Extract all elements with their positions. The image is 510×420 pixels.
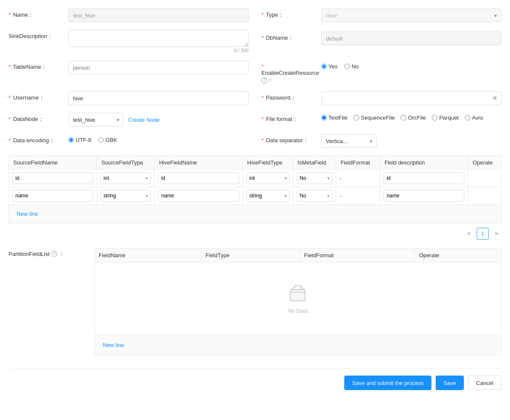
data-separator-select[interactable]: Vertica... Comma , Tab \t Space xyxy=(321,134,377,148)
pagination: < 1 > xyxy=(9,228,501,240)
footer: Save and submit the process Save Cancel xyxy=(9,368,501,390)
name-label: * Name： xyxy=(9,9,68,19)
field-description-input-2[interactable] xyxy=(384,190,464,202)
source-field-type-select-1[interactable]: intstring xyxy=(100,172,151,184)
encoding-utf8-radio[interactable] xyxy=(68,137,74,143)
col-hive-field-name: HiveFieldName xyxy=(155,156,243,170)
file-format-label: * File format： xyxy=(261,113,321,123)
file-format-textfile-label[interactable]: TextFile xyxy=(321,115,348,121)
new-line-row: New line xyxy=(9,205,501,223)
enable-no-radio-label[interactable]: No xyxy=(344,63,359,70)
no-data-icon xyxy=(287,283,308,304)
partition-table: FieldName FieldType FieldFormat Operate xyxy=(94,248,501,355)
dbname-input[interactable] xyxy=(321,32,501,45)
cancel-button[interactable]: Cancel xyxy=(468,376,501,390)
hive-field-type-select-wrap-1[interactable]: intstring xyxy=(246,172,290,184)
eye-icon[interactable]: 👁 xyxy=(492,95,498,102)
char-count: 0 / 300 xyxy=(68,48,249,53)
hive-field-name-input-1[interactable] xyxy=(158,172,239,184)
enable-create-help-icon: ? xyxy=(261,77,267,83)
name-input[interactable] xyxy=(68,9,249,22)
datanode-row: test_hive Create Node xyxy=(68,113,160,126)
enable-no-radio[interactable] xyxy=(344,64,350,69)
tablename-input[interactable] xyxy=(68,61,249,74)
file-format-radio-group: TextFile SequenceFile OrcFile Parquet xyxy=(321,113,483,121)
file-format-avro-label[interactable]: Avro xyxy=(465,115,484,121)
partition-label: PartitionFieldList xyxy=(9,251,50,257)
username-input[interactable] xyxy=(68,91,249,105)
field-format-1: - xyxy=(336,170,380,187)
file-format-orcfile-radio[interactable] xyxy=(401,115,406,120)
save-button[interactable]: Save xyxy=(436,376,464,390)
username-label: * Username： xyxy=(9,91,68,102)
file-format-textfile-radio[interactable] xyxy=(321,115,327,120)
is-meta-field-select-wrap-1[interactable]: NoYes xyxy=(297,172,333,184)
col-field-description: Field description xyxy=(380,156,468,170)
type-select[interactable]: Hive xyxy=(321,9,501,22)
svg-rect-1 xyxy=(294,285,301,290)
encoding-utf8-label[interactable]: UTF-8 xyxy=(68,137,91,143)
source-field-type-select-2[interactable]: stringint xyxy=(100,190,151,202)
operate-1 xyxy=(468,170,501,187)
no-data-text: No Data xyxy=(287,308,308,314)
datanode-label: * DataNode： xyxy=(9,113,68,123)
sink-description-label: SinkDescription： xyxy=(9,30,68,40)
table-row: intstring intstring NoYes - xyxy=(9,170,501,187)
data-encoding-radio-group: UTF-8 GBK xyxy=(68,134,117,143)
hive-field-type-select-2[interactable]: stringint xyxy=(246,190,290,202)
col-operate: Operate xyxy=(468,156,501,170)
file-format-avro-radio[interactable] xyxy=(465,115,470,120)
page-1-btn[interactable]: 1 xyxy=(477,228,489,240)
prev-page-btn[interactable]: < xyxy=(464,229,474,239)
file-format-seqfile-label[interactable]: SequenceFile xyxy=(354,115,395,121)
is-meta-field-select-wrap-2[interactable]: NoYes xyxy=(297,190,333,202)
no-data-row: No Data xyxy=(94,262,501,335)
type-select-wrapper[interactable]: Hive xyxy=(321,9,501,22)
field-description-input-1[interactable] xyxy=(384,172,464,184)
partition-new-line-row: New line xyxy=(94,335,501,355)
hive-field-type-select-1[interactable]: intstring xyxy=(246,172,290,184)
password-input[interactable] xyxy=(321,91,501,105)
partition-col-fieldformat: FieldFormat xyxy=(299,249,414,262)
hive-field-type-select-wrap-2[interactable]: stringint xyxy=(246,190,290,202)
tablename-label: * TableName： xyxy=(9,61,68,71)
type-label: * Type： xyxy=(261,9,321,19)
is-meta-field-select-2[interactable]: NoYes xyxy=(297,190,333,202)
data-encoding-label: * Data encoding： xyxy=(9,134,68,144)
enable-create-label: * EnableCreateResource ?： xyxy=(261,61,321,84)
file-format-orcfile-label[interactable]: OrcFile xyxy=(401,115,426,121)
partition-col-fieldname: FieldName xyxy=(94,249,201,262)
source-field-name-input-2[interactable] xyxy=(12,190,93,202)
file-format-parquet-label[interactable]: Parquet xyxy=(432,115,459,121)
enable-yes-radio-label[interactable]: Yes xyxy=(321,63,337,70)
partition-col-fieldtype: FieldType xyxy=(201,249,300,262)
is-meta-field-select-1[interactable]: NoYes xyxy=(297,172,333,184)
source-field-type-select-wrap-2[interactable]: stringint xyxy=(100,190,151,202)
file-format-seqfile-radio[interactable] xyxy=(354,115,359,120)
save-submit-button[interactable]: Save and submit the process xyxy=(344,376,431,390)
encoding-gbk-label[interactable]: GBK xyxy=(98,137,117,143)
data-separator-select-wrapper[interactable]: Vertica... Comma , Tab \t Space xyxy=(321,134,377,148)
partition-colon: ： xyxy=(59,250,64,258)
partition-help-icon: ? xyxy=(51,251,57,257)
sink-description-input[interactable] xyxy=(68,30,249,47)
data-separator-label: * Data separator： xyxy=(261,134,321,144)
hive-field-name-input-2[interactable] xyxy=(158,190,239,202)
dbname-label: * DbName： xyxy=(261,32,321,42)
new-line-link[interactable]: New line xyxy=(12,207,498,220)
enable-create-radio-group: Yes No xyxy=(321,61,359,70)
enable-yes-radio[interactable] xyxy=(321,64,327,69)
create-node-link[interactable]: Create Node xyxy=(128,117,160,123)
svg-rect-0 xyxy=(290,290,305,301)
source-field-type-select-wrap-1[interactable]: intstring xyxy=(100,172,151,184)
encoding-gbk-radio[interactable] xyxy=(98,137,104,143)
source-field-name-input-1[interactable] xyxy=(12,172,93,184)
next-page-btn[interactable]: > xyxy=(491,229,501,239)
col-source-field-type: SourceFieldType xyxy=(97,156,155,170)
file-format-parquet-radio[interactable] xyxy=(432,115,437,120)
partition-new-line-link[interactable]: New line xyxy=(99,338,497,352)
datanode-select-wrapper[interactable]: test_hive xyxy=(68,113,124,126)
password-wrapper: 👁 xyxy=(321,91,501,105)
datanode-select[interactable]: test_hive xyxy=(68,113,124,126)
col-hive-field-type: HiveFieldType xyxy=(243,156,293,170)
